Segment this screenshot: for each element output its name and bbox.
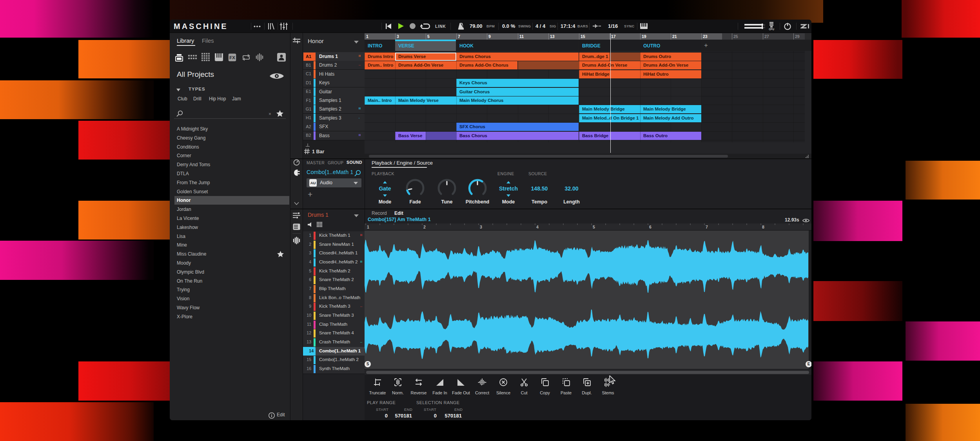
svg-text:CPU: CPU [769,28,774,31]
svg-text:FX: FX [229,55,235,60]
